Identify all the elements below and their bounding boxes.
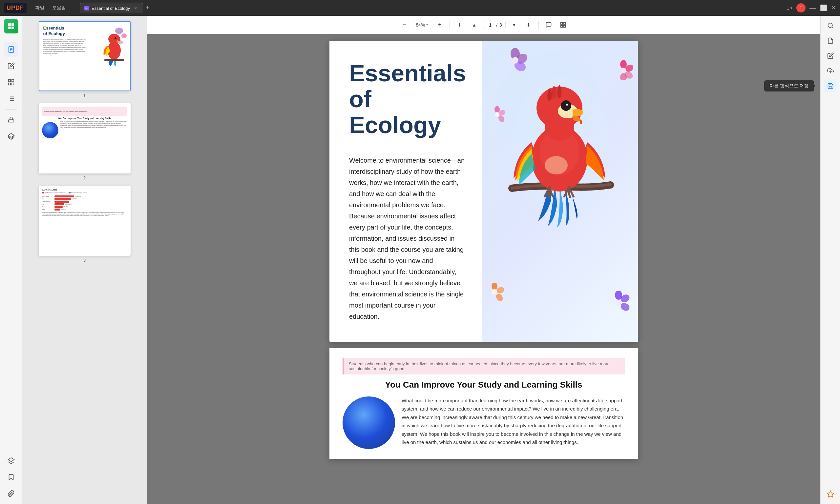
sidebar-bottom [4,453,18,501]
window-maximize-button[interactable]: ⬜ [820,4,827,12]
sidebar-layers-bottom-icon[interactable] [4,453,18,468]
thumbnail-3[interactable]: DATA ANALYSIS Total Ecological Footprint… [26,185,143,263]
flower-3 [607,291,630,316]
thumb-number-1: 1 [83,93,86,98]
tab-bar: ✏ Essential of Ecology ✕ + [80,3,782,13]
right-edit-icon[interactable] [824,49,837,62]
page1-illustration [482,41,638,342]
page-nav-dropdown-icon[interactable]: ▾ [790,6,792,10]
new-tab-button[interactable]: + [143,3,152,13]
page-main-title: Essentials of Ecology [349,60,466,138]
sidebar-home-icon[interactable] [4,19,18,33]
right-search-icon[interactable] [824,19,837,32]
page-sep: / [496,22,497,28]
page-body-text: Welcome to environmental science—an inte… [349,155,466,322]
svg-point-64 [828,23,832,28]
toolbar: − 84% ▾ + ⬆ ▲ / 3 ▼ ⬇ [147,16,820,34]
thumb-number-2: 2 [83,176,86,180]
menu-file[interactable]: 파일 [32,4,48,12]
thumbnail-panel: Essentialsof Ecology Welcome to environm… [22,16,147,504]
window-close-button[interactable]: ✕ [831,4,836,12]
tab-label: Essential of Ecology [91,6,130,11]
app-logo: UPDF [4,3,27,13]
sidebar-pages-icon[interactable] [4,42,18,57]
tab-close-button[interactable]: ✕ [133,5,138,11]
svg-rect-2 [8,26,11,29]
thumb-page2-content: Students who can begin early in their li… [39,104,130,173]
active-tab[interactable]: ✏ Essential of Ecology ✕ [80,3,143,13]
page1-left: Essentials of Ecology Welcome to environ… [329,41,482,342]
thumb-chart: United States1,619 (5%) China2,149 (7%) … [42,195,127,211]
svg-rect-0 [8,23,11,26]
svg-marker-19 [8,458,14,462]
thumb-number-3: 3 [83,258,86,263]
doc-area: Essentials of Ecology Welcome to environ… [147,34,820,504]
view-mode-button[interactable] [557,19,569,31]
thumb-globe [42,122,58,138]
page-nav-control[interactable]: 1 ▾ [787,5,792,11]
prev-button[interactable]: ▲ [468,19,480,31]
svg-point-21 [121,33,127,38]
svg-rect-29 [564,22,566,24]
sidebar-edit-icon[interactable] [4,59,18,73]
zoom-dropdown-icon[interactable]: ▾ [426,23,428,27]
page2-banner: Students who can begin early in their li… [343,358,625,375]
right-toolbar: 다른 형식으로 저장 [820,16,840,504]
tab-icon: ✏ [84,6,89,11]
thumb-page2-body: What could be more important than learni… [42,121,127,138]
page1-content: Essentials of Ecology Welcome to environ… [329,41,638,342]
toolbar-divider-2 [539,21,539,29]
zoom-control[interactable]: 84% ▾ [413,21,431,29]
svg-rect-1 [12,23,14,26]
thumb-frame-3[interactable]: DATA ANALYSIS Total Ecological Footprint… [39,185,130,256]
next-bottom-button[interactable]: ⬇ [523,19,535,31]
sidebar-layers-icon[interactable] [4,129,18,144]
viewer-container: − 84% ▾ + ⬆ ▲ / 3 ▼ ⬇ [147,16,820,504]
thumb-frame-1[interactable]: Essentialsof Ecology Welcome to environm… [39,21,130,91]
window-minimize-button[interactable]: — [809,4,816,12]
sidebar-grid-icon[interactable] [4,75,18,90]
zoom-out-button[interactable]: − [398,19,410,31]
svg-rect-30 [560,25,562,27]
svg-rect-8 [8,80,10,82]
thumbnail-1[interactable]: Essentialsof Ecology Welcome to environm… [26,21,143,98]
zoom-value: 84% [416,22,425,28]
right-save-icon[interactable]: 다른 형식으로 저장 [824,79,837,92]
page-input-control[interactable]: / 3 [483,21,506,29]
thumb-page2-title: You Can Improve Your Study and Learning … [42,117,127,119]
menu-help[interactable]: 도움말 [49,4,69,12]
right-upload-icon[interactable] [824,64,837,77]
svg-point-52 [492,289,497,294]
svg-rect-3 [12,26,14,29]
page-total: 3 [500,22,502,28]
svg-point-62 [566,104,568,106]
prev-top-button[interactable]: ⬆ [454,19,466,31]
zoom-in-button[interactable]: + [434,19,445,31]
next-button[interactable]: ▼ [508,19,520,31]
page-number-input[interactable] [486,22,494,28]
thumb-parrot-1 [101,24,127,67]
main-area: Essentialsof Ecology Welcome to environm… [0,16,840,504]
sidebar-stamp-icon[interactable] [4,113,18,127]
right-bottom-icon[interactable] [824,488,837,501]
sidebar-paperclip-icon[interactable] [4,486,18,501]
parrot-illustration [499,51,624,242]
user-avatar[interactable]: T [797,3,806,13]
svg-point-20 [115,28,123,34]
svg-line-65 [832,27,833,28]
comment-button[interactable] [543,19,555,31]
page2-content: Students who can begin early in their li… [329,348,638,459]
svg-rect-28 [560,22,562,24]
sidebar-bookmark-icon[interactable] [4,470,18,484]
thumb-page2-banner: Students who can begin early in their li… [42,107,127,116]
right-star-icon[interactable] [824,488,837,501]
svg-rect-27 [104,59,124,61]
right-file-icon[interactable] [824,34,837,47]
svg-rect-10 [8,83,10,85]
thumbnail-2[interactable]: Students who can begin early in their li… [26,103,143,180]
thumb-page3-title: DATA ANALYSIS [42,189,127,191]
page2-main-title: You Can Improve Your Study and Learning … [343,380,625,390]
svg-point-26 [116,38,116,38]
thumb-frame-2[interactable]: Students who can begin early in their li… [39,103,130,174]
sidebar-list-icon[interactable] [4,91,18,106]
